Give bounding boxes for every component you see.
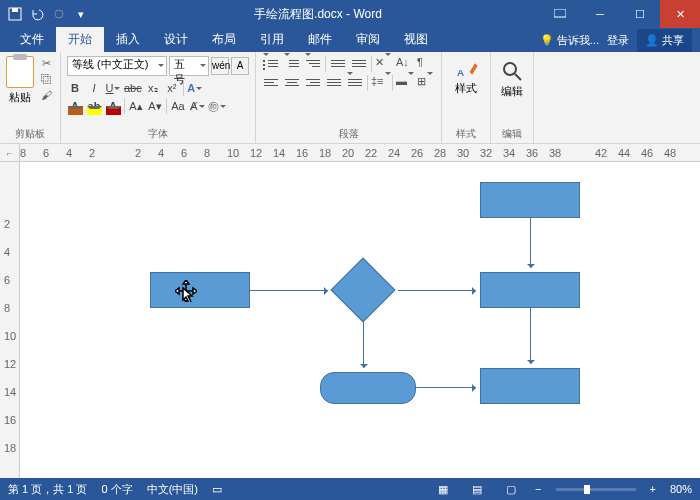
editing-button[interactable]: 编辑 [497, 56, 527, 103]
clear-formatting-icon[interactable]: A̸ [189, 97, 205, 115]
ruler-horizontal-area: ⌐ 86422468101214161820222426283032343638… [0, 144, 700, 162]
underline-button[interactable]: U [105, 79, 121, 97]
copy-icon[interactable]: ⿻ [38, 72, 54, 86]
distributed-icon[interactable] [346, 75, 364, 91]
numbering-icon[interactable] [283, 56, 301, 72]
format-painter-icon[interactable]: 🖌 [38, 88, 54, 102]
tab-mail[interactable]: 邮件 [296, 27, 344, 52]
redo-icon[interactable] [50, 5, 68, 23]
font-family-select[interactable]: 等线 (中文正文) [67, 56, 167, 76]
zoom-out-button[interactable]: − [535, 483, 541, 495]
tab-design[interactable]: 设计 [152, 27, 200, 52]
svg-point-5 [504, 63, 516, 75]
view-web-layout-icon[interactable]: ▢ [501, 481, 521, 497]
change-case-icon[interactable]: Aa [170, 97, 186, 115]
view-print-layout-icon[interactable]: ▤ [467, 481, 487, 497]
minimize-button[interactable]: ─ [580, 0, 620, 28]
status-book-icon[interactable]: ▭ [212, 483, 222, 496]
cut-icon[interactable]: ✂ [38, 56, 54, 70]
decrease-indent-icon[interactable] [329, 56, 347, 72]
tab-view[interactable]: 视图 [392, 27, 440, 52]
borders-icon[interactable]: ⊞ [417, 75, 435, 91]
tab-review[interactable]: 审阅 [344, 27, 392, 52]
status-page[interactable]: 第 1 页，共 1 页 [8, 482, 87, 497]
grow-font-icon[interactable]: A▴ [128, 97, 144, 115]
tab-references[interactable]: 引用 [248, 27, 296, 52]
align-left-icon[interactable] [262, 75, 280, 91]
multilevel-list-icon[interactable] [304, 56, 322, 72]
strikethrough-button[interactable]: abc [124, 79, 142, 97]
connector-top-down[interactable] [530, 218, 531, 268]
line-spacing-icon[interactable]: ‡≡ [371, 75, 389, 91]
character-border-icon[interactable]: A [231, 57, 249, 75]
connector-left-diamond[interactable] [250, 290, 328, 291]
svg-text:A: A [457, 67, 464, 78]
status-word-count[interactable]: 0 个字 [101, 482, 132, 497]
show-marks-icon[interactable]: ¶ [417, 56, 435, 72]
flowchart-diamond[interactable] [330, 257, 395, 322]
justify-icon[interactable] [325, 75, 343, 91]
shrink-font-icon[interactable]: A▾ [147, 97, 163, 115]
tab-home[interactable]: 开始 [56, 27, 104, 52]
tab-layout[interactable]: 布局 [200, 27, 248, 52]
group-font-label: 字体 [67, 125, 249, 141]
asian-layout-icon[interactable]: ✕ [375, 56, 393, 72]
connector-middle-bottom[interactable] [530, 308, 531, 364]
group-paragraph: ✕ A↓ ¶ ‡≡ ▬ ⊞ 段落 [256, 52, 442, 143]
text-highlight-icon[interactable]: A [67, 97, 83, 115]
bullets-icon[interactable] [262, 56, 280, 72]
view-read-mode-icon[interactable]: ▦ [433, 481, 453, 497]
connector-terminator-right[interactable] [416, 387, 476, 388]
text-effects-icon[interactable]: A [187, 79, 203, 97]
share-button[interactable]: 👤 共享 [637, 29, 692, 52]
connector-diamond-right[interactable] [398, 290, 476, 291]
bold-button[interactable]: B [67, 79, 83, 97]
close-button[interactable]: ✕ [660, 0, 700, 28]
ribbon-options-icon[interactable] [540, 0, 580, 28]
flowchart-rect-left-selected[interactable] [150, 272, 250, 308]
zoom-in-button[interactable]: + [650, 483, 656, 495]
sort-icon[interactable]: A↓ [396, 56, 414, 72]
ruler-tab-selector[interactable]: ⌐ [0, 144, 20, 162]
qat-customize-icon[interactable]: ▾ [72, 5, 90, 23]
highlight-color-icon[interactable]: ab [86, 97, 102, 115]
shading-icon[interactable]: ▬ [396, 75, 414, 91]
tab-insert[interactable]: 插入 [104, 27, 152, 52]
flowchart-rect-bottom[interactable] [480, 368, 580, 404]
svg-line-6 [515, 74, 521, 80]
ruler-horizontal[interactable]: 8642246810121416182022242628303234363842… [20, 144, 700, 162]
quick-access-toolbar: ▾ [0, 5, 96, 23]
svg-rect-1 [12, 8, 18, 12]
document-canvas[interactable] [20, 162, 700, 482]
align-right-icon[interactable] [304, 75, 322, 91]
font-color-icon[interactable]: A [105, 97, 121, 115]
flowchart-rect-top[interactable] [480, 182, 580, 218]
paste-button[interactable]: 粘贴 [6, 56, 34, 105]
paste-icon [6, 56, 34, 88]
tab-file[interactable]: 文件 [8, 27, 56, 52]
status-language[interactable]: 中文(中国) [147, 482, 198, 497]
font-size-select[interactable]: 五号 [169, 56, 209, 76]
zoom-level[interactable]: 80% [670, 483, 692, 495]
maximize-button[interactable]: ☐ [620, 0, 660, 28]
svg-point-2 [55, 10, 63, 18]
styles-button[interactable]: A 样式 [448, 56, 484, 96]
save-icon[interactable] [6, 5, 24, 23]
title-bar: ▾ 手绘流程图.docx - Word ─ ☐ ✕ [0, 0, 700, 28]
status-bar: 第 1 页，共 1 页 0 个字 中文(中国) ▭ ▦ ▤ ▢ − + 80% [0, 478, 700, 500]
ruler-vertical[interactable]: 24681012141618 [0, 162, 20, 482]
enclose-char-icon[interactable]: ㊞ [208, 97, 226, 115]
align-center-icon[interactable] [283, 75, 301, 91]
signin-link[interactable]: 登录 [607, 33, 629, 48]
flowchart-rect-middle[interactable] [480, 272, 580, 308]
subscript-button[interactable]: x₂ [145, 79, 161, 97]
undo-icon[interactable] [28, 5, 46, 23]
flowchart-terminator[interactable] [320, 372, 416, 404]
italic-button[interactable]: I [86, 79, 102, 97]
phonetic-guide-icon[interactable]: wén [211, 57, 229, 75]
zoom-slider[interactable] [556, 488, 636, 491]
tell-me-search[interactable]: 💡 告诉我... [540, 33, 599, 48]
connector-diamond-down[interactable] [363, 322, 364, 368]
increase-indent-icon[interactable] [350, 56, 368, 72]
svg-rect-3 [554, 9, 566, 17]
